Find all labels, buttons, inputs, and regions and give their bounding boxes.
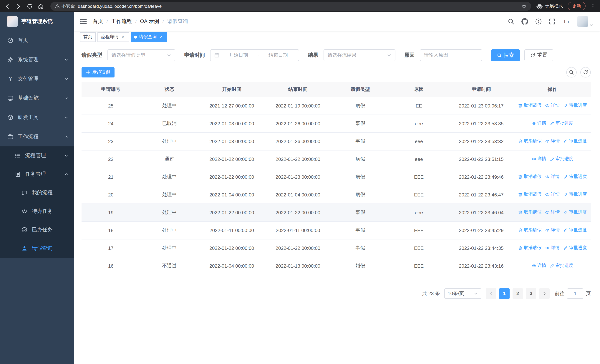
breadcrumb-item[interactable]: OA 示例 — [140, 18, 159, 25]
bookmark-star-icon[interactable] — [521, 3, 527, 9]
refresh-icon — [583, 70, 588, 75]
search-button[interactable]: 搜索 — [491, 49, 520, 61]
leave-type-select[interactable]: 请选择请假类型 — [107, 49, 175, 61]
incognito-label: 无痕模式 — [545, 3, 563, 9]
action-progress-button[interactable]: 审批进度 — [563, 209, 587, 215]
update-button[interactable]: 更新 — [568, 2, 586, 10]
cell-start: 2022-01-04 00:00:00 — [199, 186, 265, 204]
forward-icon[interactable] — [16, 3, 21, 9]
action-progress-button[interactable]: 审批进度 — [563, 138, 587, 144]
action-progress-button[interactable]: 审批进度 — [550, 120, 573, 127]
action-detail-button[interactable]: 详情 — [545, 138, 560, 144]
cell-id: 18 — [82, 221, 140, 239]
plus-icon — [86, 70, 90, 75]
reload-icon[interactable] — [27, 3, 33, 9]
cell-status: 处理中 — [140, 168, 199, 186]
action-progress-button[interactable]: 审批进度 — [563, 245, 587, 251]
action-progress-button[interactable]: 审批进度 — [563, 191, 587, 198]
action-progress-button[interactable]: 审批进度 — [550, 156, 573, 162]
goto-label: 前往 — [555, 290, 564, 297]
goto-page-input[interactable] — [567, 288, 583, 299]
action-cancel-button[interactable]: 取消请假 — [518, 245, 542, 251]
sidebar-item[interactable]: 系统管理 — [0, 50, 74, 69]
reason-label: 原因 — [404, 52, 415, 59]
view-icon — [545, 210, 550, 215]
sidebar-item[interactable]: 首页 — [0, 31, 74, 50]
sidebar-toggle-button[interactable] — [74, 12, 93, 31]
kebab-menu-icon[interactable] — [590, 3, 596, 9]
page-button-2[interactable]: 2 — [513, 288, 523, 299]
sidebar-item[interactable]: 工作流程 — [0, 127, 74, 146]
close-icon[interactable]: × — [121, 34, 126, 39]
action-cancel-button[interactable]: 取消请假 — [518, 209, 542, 215]
result-label: 结果 — [308, 52, 318, 59]
action-detail-button[interactable]: 详情 — [545, 174, 560, 180]
action-detail-button[interactable]: 详情 — [545, 209, 560, 215]
action-label: 详情 — [537, 120, 546, 127]
action-detail-button[interactable]: 详情 — [532, 120, 546, 127]
action-cancel-button[interactable]: 取消请假 — [518, 191, 542, 198]
home-icon[interactable] — [38, 3, 44, 9]
help-icon[interactable]: ? — [535, 18, 542, 25]
refresh-table-button[interactable] — [580, 67, 591, 77]
tab-首页[interactable]: 首页 — [80, 32, 96, 42]
cell-type: 事假 — [331, 239, 390, 257]
action-progress-button[interactable]: 审批进度 — [563, 174, 587, 180]
page-button-1[interactable]: 1 — [499, 288, 510, 299]
action-cancel-button[interactable]: 取消请假 — [518, 227, 542, 233]
cell-id: 24 — [82, 114, 140, 132]
action-progress-button[interactable]: 审批进度 — [563, 227, 587, 233]
action-cancel-button[interactable]: 取消请假 — [518, 103, 542, 109]
action-detail-button[interactable]: 详情 — [545, 103, 560, 109]
cell-id: 20 — [82, 186, 140, 204]
page-button-3[interactable]: 3 — [526, 288, 536, 299]
column-header: 结束时间 — [265, 82, 331, 97]
sidebar-item[interactable]: 请假查询 — [0, 239, 74, 258]
tab-流程详情[interactable]: 流程详情× — [97, 32, 129, 42]
sidebar-item[interactable]: 基础设施 — [0, 89, 74, 108]
breadcrumb-item[interactable]: 首页 — [93, 18, 103, 25]
address-bar[interactable]: 不安全 dashboard.yudao.iocoder.cn/bpm/oa/le… — [50, 2, 531, 10]
sidebar-item[interactable]: 流程管理 — [0, 146, 74, 165]
action-detail-button[interactable]: 详情 — [532, 156, 546, 162]
date-range-picker[interactable]: 开始日期 - 结束日期 — [210, 49, 299, 61]
toggle-search-button[interactable] — [566, 67, 577, 77]
sidebar-item[interactable]: 已办任务 — [0, 221, 74, 239]
font-size-icon[interactable]: TT — [562, 18, 570, 25]
fullscreen-icon[interactable] — [549, 18, 555, 25]
sidebar-item[interactable]: ¥支付管理 — [0, 69, 74, 89]
action-label: 取消请假 — [524, 227, 542, 233]
tab-请假查询[interactable]: 请假查询× — [131, 32, 167, 42]
close-icon[interactable]: × — [159, 34, 164, 39]
cell-type: 婚假 — [331, 257, 390, 275]
action-detail-button[interactable]: 详情 — [545, 245, 560, 251]
action-progress-button[interactable]: 审批进度 — [563, 103, 587, 109]
table-row: 20处理中2022-01-04 00:00:002022-01-04 00:00… — [82, 186, 591, 204]
page-size-select[interactable]: 10条/页 — [444, 288, 481, 299]
back-icon[interactable] — [4, 3, 10, 9]
breadcrumb-item[interactable]: 工作流程 — [111, 18, 132, 25]
action-cancel-button[interactable]: 取消请假 — [518, 174, 542, 180]
action-cancel-button[interactable]: 取消请假 — [518, 138, 542, 144]
sidebar-item[interactable]: 待办任务 — [0, 202, 74, 221]
sidebar-item[interactable]: 任务管理 — [0, 165, 74, 184]
result-select[interactable]: 请选择流结果 — [324, 49, 395, 61]
sidebar-item[interactable]: 我的流程 — [0, 184, 74, 202]
github-icon[interactable] — [521, 18, 528, 25]
reason-input[interactable]: 请输入原因 — [420, 49, 482, 61]
create-leave-button[interactable]: 发起请假 — [82, 67, 114, 77]
user-menu[interactable] — [577, 16, 593, 27]
security-chip[interactable]: 不安全 — [55, 3, 75, 9]
action-detail-button[interactable]: 详情 — [532, 263, 546, 269]
breadcrumb-separator: / — [106, 19, 108, 24]
next-page-button[interactable] — [539, 288, 550, 299]
action-detail-button[interactable]: 详情 — [545, 191, 560, 198]
sidebar-item[interactable]: 研发工具 — [0, 108, 74, 127]
reset-button[interactable]: 重置 — [525, 49, 553, 61]
edit-icon — [563, 210, 568, 215]
search-icon[interactable] — [508, 18, 514, 25]
action-detail-button[interactable]: 详情 — [545, 227, 560, 233]
prev-page-button[interactable] — [486, 288, 496, 299]
logo[interactable]: 芋道管理系统 — [0, 12, 74, 31]
action-progress-button[interactable]: 审批进度 — [550, 263, 573, 269]
